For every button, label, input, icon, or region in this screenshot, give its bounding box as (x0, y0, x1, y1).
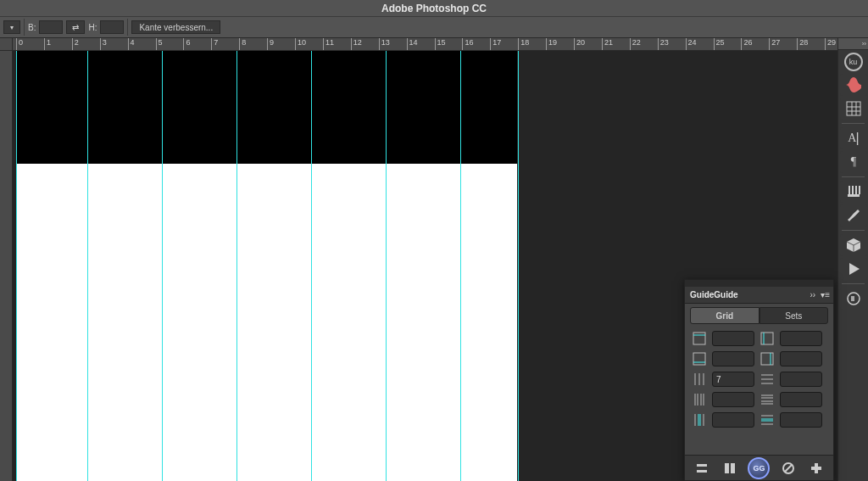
ruler-tick: 8 (239, 38, 246, 51)
columns-input[interactable] (712, 372, 754, 387)
gutter-height-icon (760, 412, 775, 428)
ruler-tick: 11 (323, 38, 334, 51)
guideguide-field-grid (685, 329, 833, 455)
vertical-guide[interactable] (311, 51, 312, 481)
svg-line-38 (785, 465, 792, 472)
ruler-tick: 7 (211, 38, 218, 51)
vertical-guide[interactable] (518, 51, 519, 481)
collapse-panel-button[interactable]: ›› (810, 290, 815, 299)
margin-left-input[interactable] (780, 331, 822, 346)
ruler-tick: 0 (16, 38, 23, 51)
options-bar: ▾ B: ⇄ H: Kante verbessern... (0, 17, 868, 38)
ruler-tick: 14 (407, 38, 418, 51)
clear-guides-button[interactable] (779, 460, 798, 477)
ruler-tick: 13 (379, 38, 390, 51)
ruler-tick: 12 (351, 38, 362, 51)
row-height-input[interactable] (780, 392, 822, 407)
horizontal-ruler[interactable]: 0123456789101112131415161718192021222324… (13, 38, 837, 51)
svg-rect-0 (847, 102, 860, 115)
panel-drag-handle[interactable] (685, 280, 833, 287)
gutter-width-input[interactable] (712, 412, 754, 428)
brush-presets-icon[interactable] (840, 204, 867, 227)
tab-sets[interactable]: Sets (760, 307, 829, 324)
ruler-tick: 10 (295, 38, 306, 51)
svg-rect-34 (697, 470, 707, 473)
swatches-icon[interactable] (840, 74, 867, 96)
ruler-tick: 1 (44, 38, 51, 51)
ruler-tick: 22 (630, 38, 641, 51)
expand-panels-button[interactable]: ›› (838, 38, 868, 50)
separator (842, 123, 865, 124)
panel-title-tab[interactable]: GuideGuide (690, 290, 738, 299)
column-width-input[interactable] (712, 392, 754, 407)
title-bar: Adobe Photoshop CC (0, 0, 868, 17)
guideguide-circle-icon[interactable] (840, 288, 867, 310)
vertical-guide[interactable] (236, 51, 237, 481)
svg-rect-3 (693, 333, 705, 344)
vertical-ruler[interactable] (0, 51, 13, 481)
ruler-tick: 5 (156, 38, 163, 51)
gutter-height-input[interactable] (780, 412, 822, 428)
ruler-origin[interactable] (0, 38, 13, 51)
collapsed-panels-column: ›› ku A| ¶ (837, 38, 868, 481)
ruler-tick: 21 (602, 38, 613, 51)
panel-flyout-area: ›› ▾≡ (810, 290, 833, 299)
gutter-width-icon (692, 412, 707, 428)
panel-flyout-menu[interactable]: ▾≡ (821, 290, 830, 299)
add-button[interactable] (807, 460, 826, 477)
ruler-tick: 16 (462, 38, 473, 51)
document-black-area (16, 51, 517, 164)
ruler-tick: 27 (769, 38, 780, 51)
single-column-button[interactable] (721, 460, 739, 477)
separator (842, 283, 865, 284)
svg-rect-5 (761, 333, 773, 344)
ruler-tick: 2 (72, 38, 79, 51)
ruler-tick: 18 (518, 38, 529, 51)
ruler-tick: 28 (797, 38, 808, 51)
vertical-guide[interactable] (386, 51, 387, 481)
guideguide-panel: GuideGuide ›› ▾≡ Grid Sets (684, 279, 834, 481)
svg-rect-36 (731, 463, 735, 473)
vertical-guide[interactable] (460, 51, 461, 481)
tab-grid[interactable]: Grid (690, 307, 760, 324)
grid-icon[interactable] (840, 98, 867, 120)
ruler-tick: 23 (658, 38, 669, 51)
width-label: B: (28, 23, 36, 32)
vertical-guide[interactable] (87, 51, 88, 481)
vertical-guide[interactable] (162, 51, 163, 481)
app-title: Adobe Photoshop CC (381, 3, 487, 14)
refine-edge-button[interactable]: Kante verbessern... (131, 20, 220, 34)
character-icon[interactable]: A| (840, 127, 867, 149)
ruler-tick: 25 (714, 38, 725, 51)
panel-tab-row: GuideGuide ›› ▾≡ (685, 287, 833, 304)
margin-top-icon (692, 331, 707, 346)
ruler-tick: 26 (741, 38, 752, 51)
margin-top-input[interactable] (712, 331, 754, 346)
separator (24, 19, 25, 36)
width-input[interactable] (39, 20, 63, 34)
ruler-tick: 6 (183, 38, 190, 51)
height-input[interactable] (100, 20, 124, 34)
margin-left-icon (760, 331, 775, 346)
height-label: H: (88, 23, 97, 32)
column-width-icon (692, 392, 707, 407)
package-icon[interactable] (840, 234, 867, 256)
margin-bottom-input[interactable] (712, 351, 754, 366)
brushes-icon[interactable] (840, 181, 867, 203)
gg-make-guides-button[interactable]: GG (748, 457, 770, 479)
new-set-button[interactable] (693, 460, 711, 477)
rows-icon (760, 372, 775, 387)
swap-wh-button[interactable]: ⇄ (66, 20, 85, 34)
columns-icon (692, 372, 707, 387)
row-height-icon (760, 392, 775, 407)
ruler-tick: 19 (546, 38, 557, 51)
tool-preset-dropdown[interactable]: ▾ (3, 20, 20, 34)
svg-rect-35 (725, 463, 729, 473)
vertical-guide[interactable] (16, 51, 17, 481)
rows-input[interactable] (780, 372, 822, 387)
margin-right-input[interactable] (780, 351, 822, 366)
kuler-icon[interactable]: ku (844, 53, 863, 71)
paragraph-icon[interactable]: ¶ (840, 151, 867, 173)
ruler-tick: 9 (267, 38, 274, 51)
play-icon[interactable] (840, 258, 867, 280)
